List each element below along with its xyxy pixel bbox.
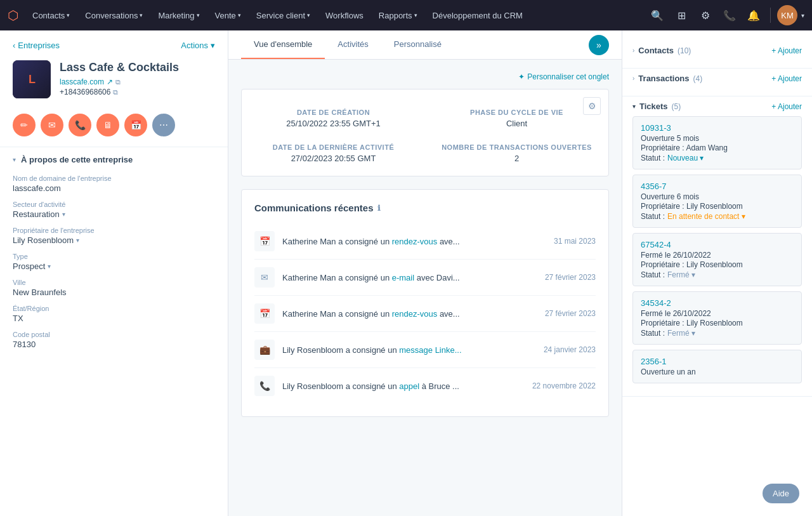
- communication-item: 📞Lily Rosenbloom a consigné un appel à B…: [254, 368, 596, 404]
- nav-vente[interactable]: Vente ▾: [209, 8, 247, 23]
- communication-item: ✉Katherine Man a consigné un e-mail avec…: [254, 260, 596, 296]
- rs-transactions-header[interactable]: › Transactions (4) + Ajouter: [632, 74, 802, 83]
- comm-phone-icon: 📞: [254, 376, 275, 396]
- company-website-link[interactable]: lasscafe.com ↗ ⧉: [60, 77, 215, 86]
- avatar-caret[interactable]: ▾: [801, 12, 804, 19]
- comm-text-comm-3: Katherine Man a consigné un rendez-vous …: [282, 309, 537, 319]
- settings-button[interactable]: ⚙: [695, 5, 716, 25]
- tab-overview[interactable]: Vue d'ensemble: [241, 30, 325, 59]
- tabs-expand-button[interactable]: »: [589, 35, 609, 55]
- link-2[interactable]: e-mail: [392, 273, 414, 282]
- nav-contacts-caret: ▾: [67, 12, 70, 18]
- communication-item: 📅Katherine Man a consigné un rendez-vous…: [254, 296, 596, 332]
- rs-contacts-add-button[interactable]: + Ajouter: [771, 46, 802, 55]
- owner-dropdown-icon[interactable]: ▾: [76, 237, 79, 244]
- more-button[interactable]: ⋯: [152, 114, 175, 136]
- help-button[interactable]: Aide: [763, 484, 799, 503]
- nav-contacts[interactable]: Contacts ▾: [26, 8, 76, 23]
- edit-button[interactable]: ✏: [13, 114, 36, 136]
- ticket-owner-ticket-3: Propriétaire : Lily Rosenbloom: [641, 260, 794, 269]
- link-3[interactable]: rendez-vous: [392, 309, 438, 319]
- property-zip: Code postal 78130: [13, 331, 215, 349]
- personalize-tab-link[interactable]: ✦ Personnaliser cet onglet: [518, 72, 609, 81]
- main-content: Vue d'ensemble Activités Personnalisé » …: [228, 30, 622, 516]
- comm-calendar-icon: 📅: [254, 303, 275, 324]
- comm-email-icon: ✉: [254, 267, 275, 288]
- comm-calendar-icon: 📅: [254, 231, 275, 251]
- ticket-status-ticket-2: Statut : En attente de contact ▾: [641, 212, 794, 221]
- nav-workflows[interactable]: Workflows: [319, 8, 370, 23]
- property-domain: Nom de domaine de l'entreprise lasscafe.…: [13, 175, 215, 193]
- tab-custom[interactable]: Personnalisé: [381, 30, 454, 59]
- breadcrumb-entreprises[interactable]: ‹ Entreprises: [13, 41, 60, 50]
- rs-tickets-add-button[interactable]: + Ajouter: [771, 102, 802, 111]
- meeting-button[interactable]: 📅: [124, 114, 147, 136]
- nav-marketing[interactable]: Marketing ▾: [152, 8, 206, 23]
- tab-activities[interactable]: Activités: [325, 30, 381, 59]
- topnav-right-icons: 🔍 ⊞ ⚙ 📞 🔔 KM ▾: [647, 5, 804, 25]
- sector-dropdown-icon[interactable]: ▾: [62, 211, 65, 218]
- phone-button[interactable]: 📞: [719, 5, 740, 25]
- notifications-button[interactable]: 🔔: [743, 5, 764, 25]
- nav-rapports[interactable]: Rapports ▾: [372, 8, 424, 23]
- property-state: État/Région TX: [13, 305, 215, 323]
- about-section-header[interactable]: ▾ À propos de cette entreprise: [0, 147, 228, 169]
- company-logo-text: L: [29, 73, 35, 86]
- nav-marketing-caret: ▾: [197, 12, 200, 18]
- overview-grid: DATE DE CRÉATION 25/10/2022 23:55 GMT+1 …: [254, 109, 596, 163]
- rs-tickets-header[interactable]: ▾ Tickets (5) + Ajouter: [632, 102, 802, 111]
- nav-service-client[interactable]: Service client ▾: [250, 8, 317, 23]
- ticket-id-ticket-2[interactable]: 4356-7: [641, 182, 794, 191]
- overview-creation-date: DATE DE CRÉATION 25/10/2022 23:55 GMT+1: [254, 109, 412, 128]
- nav-vente-caret: ▾: [238, 12, 241, 18]
- rs-transactions-add-button[interactable]: + Ajouter: [771, 74, 802, 83]
- external-link-icon: ↗: [107, 77, 113, 86]
- tabs-bar: Vue d'ensemble Activités Personnalisé »: [228, 30, 622, 60]
- actions-button[interactable]: Actions ▾: [181, 41, 215, 50]
- actions-caret-icon: ▾: [211, 41, 215, 50]
- comm-text-comm-1: Katherine Man a consigné un rendez-vous …: [282, 237, 546, 246]
- overview-lifecycle: PHASE DU CYCLE DE VIE Client: [438, 109, 596, 128]
- ticket-status-ticket-1: Statut : Nouveau ▾: [641, 154, 794, 162]
- breadcrumb-back-icon: ‹: [13, 41, 15, 50]
- type-dropdown-icon[interactable]: ▾: [48, 263, 51, 270]
- ticket-status-value-ticket-3[interactable]: Fermé ▾: [667, 270, 695, 279]
- user-avatar[interactable]: KM: [777, 5, 797, 25]
- ticket-owner-ticket-2: Propriétaire : Lily Rosenbloom: [641, 202, 794, 211]
- nav-crm[interactable]: Développement du CRM: [426, 8, 529, 23]
- copy-phone-icon[interactable]: ⧉: [113, 88, 118, 96]
- call-button[interactable]: 📞: [69, 114, 91, 136]
- ticket-id-ticket-5[interactable]: 2356-1: [641, 357, 794, 366]
- ticket-status-value-ticket-4[interactable]: Fermé ▾: [667, 329, 695, 338]
- nav-service-caret: ▾: [307, 12, 310, 18]
- ticket-id-ticket-1[interactable]: 10931-3: [641, 123, 794, 133]
- ticket-status-value-ticket-2[interactable]: En attente de contact ▾: [667, 212, 745, 221]
- email-button[interactable]: ✉: [41, 114, 63, 136]
- property-city: Ville New Braunfels: [13, 279, 215, 297]
- comm-date-comm-4: 24 janvier 2023: [544, 345, 596, 354]
- copy-link-icon[interactable]: ⧉: [115, 78, 121, 86]
- comm-text-comm-2: Katherine Man a consigné un e-mail avec …: [282, 273, 537, 282]
- overview-settings-button[interactable]: ⚙: [583, 97, 601, 115]
- rs-contacts-header[interactable]: › Contacts (10) + Ajouter: [632, 46, 802, 55]
- ticket-opening-ticket-1: Ouverture 5 mois: [641, 134, 794, 143]
- link-4[interactable]: message Linke...: [399, 345, 461, 355]
- rs-transactions-section: › Transactions (4) + Ajouter: [622, 69, 812, 96]
- comm-date-comm-2: 27 février 2023: [545, 273, 596, 282]
- company-info: Lass Cafe & Cocktails lasscafe.com ↗ ⧉ +…: [60, 60, 215, 96]
- hubspot-logo[interactable]: ⬡: [8, 8, 18, 23]
- ticket-id-ticket-4[interactable]: 34534-2: [641, 298, 794, 308]
- ticket-owner-ticket-4: Propriétaire : Lily Rosenbloom: [641, 319, 794, 327]
- nav-conversations[interactable]: Conversations ▾: [79, 8, 149, 23]
- sidebar-breadcrumb-bar: ‹ Entreprises Actions ▾: [0, 30, 228, 55]
- personalize-icon: ✦: [518, 72, 525, 81]
- ticket-id-ticket-3[interactable]: 67542-4: [641, 240, 794, 249]
- company-name: Lass Cafe & Cocktails: [60, 60, 215, 75]
- search-button[interactable]: 🔍: [647, 5, 667, 25]
- ticket-status-value-ticket-1[interactable]: Nouveau ▾: [667, 154, 704, 162]
- video-button[interactable]: 🖥: [96, 114, 119, 136]
- link-1[interactable]: rendez-vous: [392, 237, 438, 246]
- link-5[interactable]: appel: [399, 381, 419, 391]
- marketplace-button[interactable]: ⊞: [671, 5, 691, 25]
- left-sidebar: ‹ Entreprises Actions ▾ L Lass Cafe & Co…: [0, 30, 228, 516]
